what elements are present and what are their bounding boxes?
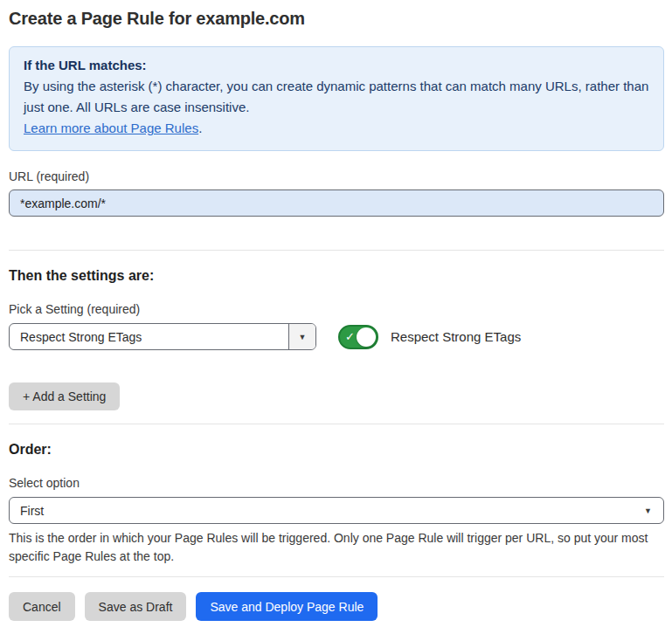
respect-strong-etags-toggle[interactable]: ✓ <box>338 325 378 349</box>
pick-setting-label: Pick a Setting (required) <box>9 302 664 316</box>
settings-section-heading: Then the settings are: <box>9 268 664 284</box>
order-select[interactable]: First ▼ <box>9 497 664 524</box>
url-match-info-box: If the URL matches: By using the asteris… <box>9 46 664 151</box>
divider <box>9 576 664 577</box>
check-icon: ✓ <box>345 331 355 342</box>
save-as-draft-button[interactable]: Save as Draft <box>85 592 187 621</box>
footer-actions: Cancel Save as Draft Save and Deploy Pag… <box>9 592 664 621</box>
url-field-label: URL (required) <box>9 169 664 183</box>
order-section-heading: Order: <box>9 442 664 458</box>
order-select-value: First <box>20 504 44 518</box>
divider <box>9 424 664 424</box>
setting-dropdown[interactable]: Respect Strong ETags ▼ <box>9 323 316 350</box>
caret-down-icon: ▼ <box>644 506 652 515</box>
setting-dropdown-value: Respect Strong ETags <box>10 324 288 349</box>
info-box-body: By using the asterisk (*) character, you… <box>24 76 649 118</box>
order-select-label: Select option <box>9 476 664 490</box>
setting-row: Respect Strong ETags ▼ ✓ Respect Strong … <box>9 323 664 350</box>
learn-more-link[interactable]: Learn more about Page Rules <box>24 121 198 135</box>
toggle-knob <box>357 327 376 347</box>
save-and-deploy-button[interactable]: Save and Deploy Page Rule <box>196 592 378 621</box>
info-box-heading: If the URL matches: <box>24 55 649 76</box>
cancel-button[interactable]: Cancel <box>9 592 75 621</box>
divider <box>9 250 664 251</box>
add-setting-button[interactable]: + Add a Setting <box>9 382 120 410</box>
toggle-label: Respect Strong ETags <box>391 329 521 344</box>
info-box-link-line: Learn more about Page Rules. <box>24 118 649 139</box>
caret-down-icon: ▼ <box>299 333 307 341</box>
link-suffix: . <box>198 121 202 135</box>
page-title: Create a Page Rule for example.com <box>9 9 664 29</box>
page-rule-form: Create a Page Rule for example.com If th… <box>0 9 672 621</box>
order-help-text: This is the order in which your Page Rul… <box>9 529 660 566</box>
setting-dropdown-caret-button[interactable]: ▼ <box>288 324 315 349</box>
url-input[interactable] <box>9 189 664 217</box>
